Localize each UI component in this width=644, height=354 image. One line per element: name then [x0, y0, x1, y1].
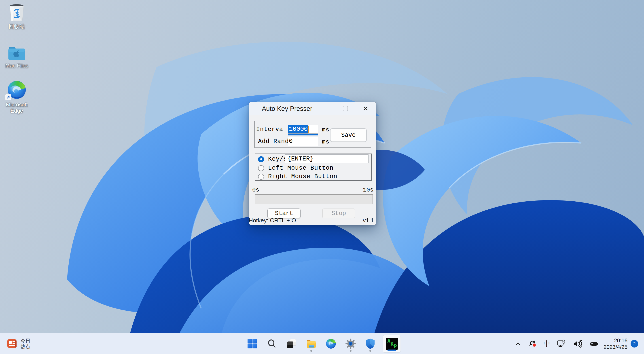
taskbar: 今日 热点: [0, 333, 644, 354]
key-value: {ENTER}: [285, 155, 314, 163]
windows-security-button[interactable]: [363, 335, 378, 353]
add-random-input[interactable]: 0: [288, 137, 318, 146]
desktop-icon-label: Microsoft Edge: [0, 101, 34, 114]
sync-arrows-icon: [528, 339, 537, 348]
clock-time: 20:16: [604, 337, 628, 344]
ime-indicator[interactable]: 中: [542, 337, 552, 351]
window-title: Auto Key Presser: [262, 105, 312, 112]
clock[interactable]: 20:16 2023/4/25: [604, 337, 628, 350]
edge-icon: [0, 79, 34, 100]
widgets-news-icon: [7, 339, 18, 349]
battery-charging-icon: [588, 339, 599, 348]
desktop-icon-mac-files[interactable]: Mac Files: [0, 41, 34, 69]
scale-start-label: 0s: [252, 187, 259, 193]
save-button[interactable]: Save: [330, 128, 367, 142]
window-statusbar: Hotkey: CRTL + O v1.1: [249, 217, 374, 224]
maximize-button: [339, 102, 352, 115]
ethernet-monitor-icon: [556, 339, 566, 349]
mode-groupbox: Key/s {ENTER} Left Mouse Button Right Mo…: [255, 154, 372, 181]
radio-right-mouse-label: Right Mouse Button: [268, 173, 338, 180]
desktop-icon-microsoft-edge[interactable]: Microsoft Edge: [0, 79, 34, 114]
interval-unit: ms: [322, 126, 330, 133]
text-caret: [308, 126, 309, 133]
desktop-icon-recycle-bin[interactable]: 回收站: [0, 2, 34, 29]
file-explorer-icon: [306, 339, 317, 349]
radio-keys-label: Key/s: [268, 156, 287, 162]
chevron-up-icon: [514, 340, 522, 348]
battery-button[interactable]: [587, 337, 600, 351]
file-explorer-button[interactable]: [304, 335, 318, 353]
widgets-button[interactable]: 今日 热点: [5, 333, 33, 354]
start-menu-button[interactable]: [245, 335, 260, 353]
radio-left-mouse-label: Left Mouse Button: [268, 165, 334, 171]
recycle-bin-icon: [0, 2, 34, 22]
windows-logo-icon: [247, 338, 258, 349]
system-tray: 中: [513, 333, 638, 354]
interval-label: Interva: [256, 126, 283, 133]
desktop-icon-label: Mac Files: [0, 62, 34, 69]
minimize-button[interactable]: —: [318, 102, 331, 115]
radio-left-mouse[interactable]: [258, 165, 264, 171]
mac-folder-icon: [0, 41, 34, 61]
network-button[interactable]: [555, 337, 568, 351]
interval-input[interactable]: 10000: [288, 125, 318, 134]
add-random-value: 0: [288, 137, 293, 145]
akp-app-icon: A K P: [386, 338, 398, 350]
interval-value-selected: 10000: [288, 125, 308, 133]
desktop: 回收站 Mac Files: [0, 0, 644, 354]
search-icon: [267, 339, 277, 349]
add-random-label: Add Rand: [258, 138, 289, 145]
desktop-icon-label: 回收站: [0, 23, 34, 29]
task-view-icon: [286, 338, 297, 349]
widgets-label: 今日 热点: [20, 338, 30, 350]
search-button[interactable]: [265, 335, 279, 353]
shortcut-arrow-icon: [5, 94, 11, 100]
sync-status-button[interactable]: [526, 337, 539, 351]
shield-icon: [365, 338, 376, 349]
radio-right-mouse[interactable]: [258, 174, 264, 180]
maximize-icon: [343, 106, 348, 111]
mode-row-keys: Key/s: [258, 155, 287, 163]
clock-date: 2023/4/25: [604, 344, 628, 350]
show-hidden-icons-button[interactable]: [513, 337, 524, 351]
add-random-unit: ms: [322, 139, 330, 145]
speaker-icon: [572, 339, 582, 348]
settings-button[interactable]: [344, 335, 358, 353]
notification-badge[interactable]: 2: [630, 340, 638, 348]
mode-row-right-mouse: Right Mouse Button: [258, 173, 338, 180]
mode-row-left-mouse: Left Mouse Button: [258, 164, 334, 172]
scale-end-label: 10s: [363, 187, 374, 193]
hotkey-text: Hotkey: CRTL + O: [249, 217, 296, 224]
progress-bar: [255, 194, 373, 204]
auto-key-presser-taskbar-button[interactable]: A K P: [383, 335, 401, 353]
window-titlebar[interactable]: Auto Key Presser — ✕: [249, 102, 376, 115]
task-view-button[interactable]: [284, 335, 299, 353]
auto-key-presser-window: Auto Key Presser — ✕ Interva 10000 ms Sa…: [249, 102, 376, 225]
version-text: v1.1: [363, 217, 374, 224]
taskbar-center: A K P: [245, 333, 401, 354]
radio-keys[interactable]: [258, 156, 264, 162]
gear-icon: [345, 338, 356, 349]
interval-groupbox: Interva 10000 ms Save Add Rand 0 ms: [254, 121, 371, 148]
edge-button[interactable]: [324, 335, 338, 353]
close-button[interactable]: ✕: [359, 102, 372, 115]
key-input[interactable]: {ENTER}: [285, 154, 368, 163]
edge-icon: [325, 338, 336, 349]
volume-button[interactable]: [571, 337, 584, 351]
